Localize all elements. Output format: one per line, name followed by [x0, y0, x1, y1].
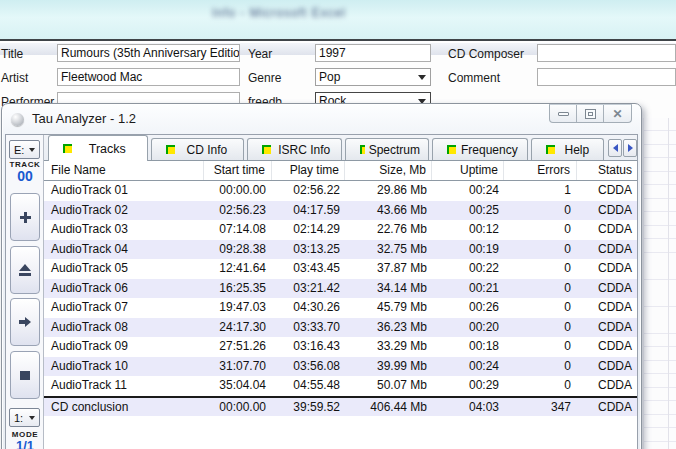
cell-start-time: 31:07.70: [204, 357, 272, 377]
drive-selector[interactable]: E:: [9, 140, 40, 159]
background-grid: [643, 118, 676, 449]
cd-composer-field[interactable]: [537, 44, 676, 62]
table-row[interactable]: AudioTrack 04 09:28.38 03:13.25 32.75 Mb…: [44, 240, 637, 260]
tab-cd-info[interactable]: CD Info: [151, 138, 245, 160]
add-track-button[interactable]: [10, 193, 40, 241]
table-row[interactable]: AudioTrack 11 35:04.04 04:55.48 50.07 Mb…: [44, 376, 637, 396]
background-window-title: Info - Microsoft Excel: [212, 6, 346, 20]
table-row[interactable]: AudioTrack 01 00:00.00 02:56.22 29.86 Mb…: [44, 181, 637, 201]
minimize-button[interactable]: [550, 105, 577, 122]
table-row[interactable]: AudioTrack 10 31:07.70 03:56.08 39.99 Mb…: [44, 357, 637, 377]
cell-file-name: AudioTrack 08: [44, 318, 204, 338]
cell-status: CDDA: [577, 259, 637, 279]
cell-start-time: 00:00.00: [204, 181, 272, 201]
tab-spectrum[interactable]: Spectrum: [345, 138, 429, 160]
cell-start-time: 16:25.35: [204, 279, 272, 299]
cell-file-name: AudioTrack 02: [44, 201, 204, 221]
cell-errors: 1: [504, 181, 577, 201]
chevron-down-icon: [29, 416, 35, 420]
maximize-button[interactable]: [577, 105, 604, 122]
tab-help[interactable]: Help: [531, 138, 604, 160]
cell-file-name: AudioTrack 04: [44, 240, 204, 260]
header-play-time: Play time: [272, 161, 345, 180]
cell-errors: 0: [504, 240, 577, 260]
titlebar[interactable]: Tau Analyzer - 1.2 ✕: [2, 104, 641, 134]
table-row[interactable]: AudioTrack 09 27:51.26 03:16.43 33.29 Mb…: [44, 337, 637, 357]
table-row[interactable]: AudioTrack 02 02:56.23 04:17.59 43.66 Mb…: [44, 201, 637, 221]
cell-uptime: 00:20: [432, 318, 504, 338]
cell-play-time: 03:33.70: [272, 318, 345, 338]
cell-start-time: 12:41.64: [204, 259, 272, 279]
start-button[interactable]: [10, 298, 40, 346]
background-window-titlebar: Info - Microsoft Excel: [0, 0, 676, 41]
table-row[interactable]: AudioTrack 08 24:17.30 03:33.70 36.23 Mb…: [44, 318, 637, 338]
tab-label: Tracks: [72, 142, 147, 156]
cell-start-time: 19:47.03: [204, 298, 272, 318]
cell-start-time: 09:28.38: [204, 240, 272, 260]
tab-scroll-right-button[interactable]: [623, 139, 637, 157]
mode-selector[interactable]: 1:: [9, 408, 40, 427]
cell-size: 33.29 Mb: [345, 337, 432, 357]
plus-icon: [20, 212, 31, 223]
tab-scroll-left-button[interactable]: [608, 139, 622, 157]
cell-uptime: 00:29: [432, 376, 504, 396]
cell-file-name: AudioTrack 11: [44, 376, 204, 396]
cell-start-time: 07:14.08: [204, 220, 272, 240]
arrow-right-icon: [628, 144, 633, 152]
conclusion-name: CD conclusion: [44, 398, 204, 416]
cell-play-time: 02:56.22: [272, 181, 345, 201]
cell-file-name: AudioTrack 03: [44, 220, 204, 240]
cell-status: CDDA: [577, 279, 637, 299]
cell-status: CDDA: [577, 318, 637, 338]
app-icon: [11, 113, 24, 126]
tab-frequency[interactable]: Frequency: [432, 138, 528, 160]
tab-flag-icon: [447, 145, 456, 154]
main-panel: Tracks CD Info ISRC Info Spectrum: [44, 135, 637, 449]
cell-status: CDDA: [577, 220, 637, 240]
conclusion-size: 406.44 Mb: [345, 398, 432, 416]
cell-start-time: 02:56.23: [204, 201, 272, 221]
cell-file-name: AudioTrack 06: [44, 279, 204, 299]
tab-isrc-info[interactable]: ISRC Info: [247, 138, 342, 160]
cell-start-time: 35:04.04: [204, 376, 272, 396]
cell-errors: 0: [504, 279, 577, 299]
cell-uptime: 00:18: [432, 337, 504, 357]
cell-status: CDDA: [577, 181, 637, 201]
content-frame: E: TRACK 00 1:: [5, 134, 638, 449]
tab-label: Spectrum: [365, 143, 428, 157]
cell-uptime: 00:19: [432, 240, 504, 260]
cell-uptime: 00:26: [432, 298, 504, 318]
cell-size: 39.99 Mb: [345, 357, 432, 377]
year-label: Year: [248, 45, 272, 63]
cell-size: 36.23 Mb: [345, 318, 432, 338]
tab-bar: Tracks CD Info ISRC Info Spectrum: [44, 135, 637, 161]
table-row[interactable]: AudioTrack 05 12:41.64 03:43.45 37.87 Mb…: [44, 259, 637, 279]
comment-field[interactable]: [537, 68, 676, 86]
arrow-right-icon: [19, 317, 31, 327]
tab-tracks[interactable]: Tracks: [48, 135, 148, 161]
cell-play-time: 03:56.08: [272, 357, 345, 377]
table-row[interactable]: AudioTrack 03 07:14.08 02:14.29 22.76 Mb…: [44, 220, 637, 240]
title-field[interactable]: Rumours (35th Anniversary Edition: [57, 44, 240, 62]
table-row[interactable]: AudioTrack 06 16:25.35 03:21.42 34.14 Mb…: [44, 279, 637, 299]
conclusion-start: 00:00.00: [204, 398, 272, 416]
cell-play-time: 04:17.59: [272, 201, 345, 221]
year-field[interactable]: 1997: [315, 44, 431, 62]
tab-label: Frequency: [456, 143, 527, 157]
cell-uptime: 00:25: [432, 201, 504, 221]
chevron-down-icon: [29, 148, 35, 152]
table-row[interactable]: AudioTrack 07 19:47.03 04:30.26 45.79 Mb…: [44, 298, 637, 318]
artist-field[interactable]: Fleetwood Mac: [57, 68, 240, 86]
eject-button[interactable]: [10, 246, 40, 294]
close-button[interactable]: ✕: [604, 105, 631, 122]
cell-file-name: AudioTrack 05: [44, 259, 204, 279]
title-label: Title: [1, 45, 23, 63]
cell-play-time: 03:16.43: [272, 337, 345, 357]
screen: Info - Microsoft Excel Title Rumours (35…: [0, 0, 676, 449]
stop-button[interactable]: [10, 351, 40, 399]
tab-flag-icon: [546, 145, 555, 154]
chevron-down-icon: [418, 75, 426, 80]
tab-label: ISRC Info: [271, 143, 341, 157]
genre-combobox[interactable]: Pop: [315, 68, 431, 86]
cell-size: 50.07 Mb: [345, 376, 432, 396]
